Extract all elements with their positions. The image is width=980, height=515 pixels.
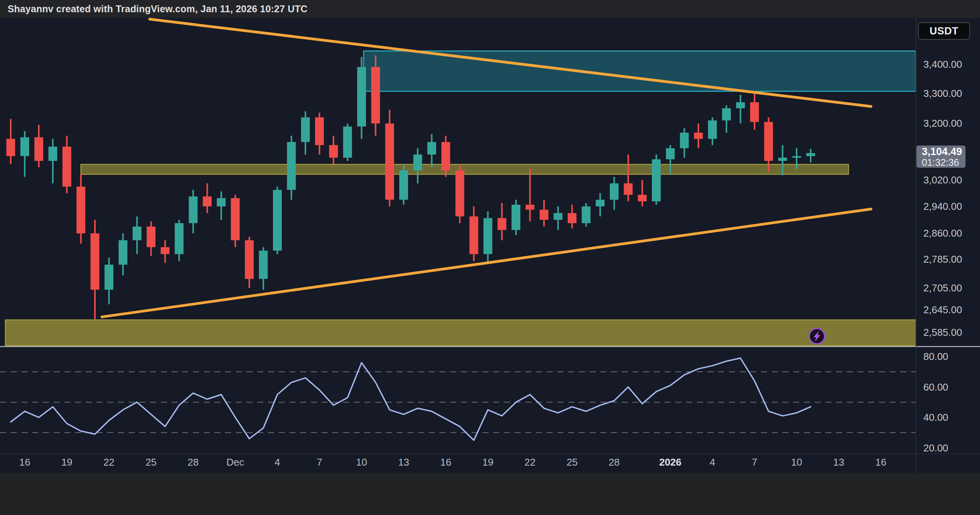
axis-tick-label: 13 <box>833 456 844 468</box>
axis-tick-label: 7 <box>752 456 757 468</box>
candle-body <box>694 132 703 139</box>
candle-body <box>231 198 240 240</box>
axis-tick-label: 16 <box>440 456 451 468</box>
axis-tick-label: 25 <box>567 456 578 468</box>
candle-body <box>652 159 661 201</box>
axis-tick-label: 2,785.00 <box>923 253 962 265</box>
candle-body <box>582 206 591 223</box>
axis-tick-label: 2,705.00 <box>923 282 962 294</box>
axis-tick-label: 16 <box>19 456 30 468</box>
candle-body <box>792 156 801 158</box>
candle-body <box>680 132 689 148</box>
last-price-label: 3,104.49 01:32:36 <box>916 146 965 168</box>
candle-body <box>385 123 394 199</box>
axis-tick-label: 2,585.00 <box>923 327 962 338</box>
candle-body <box>427 142 436 155</box>
candle-body <box>20 137 29 156</box>
rsi-line <box>11 358 811 440</box>
candle-body <box>105 265 113 289</box>
chart-canvas[interactable] <box>0 0 980 515</box>
axis-tick-label: 16 <box>875 456 886 468</box>
axis-tick-label: Dec <box>226 456 244 468</box>
candle-body <box>301 118 310 142</box>
candle-body <box>483 218 492 254</box>
resistance-supply-zone <box>364 51 916 91</box>
axis-tick-label: 3,020.00 <box>923 174 962 186</box>
candle-body <box>568 213 577 223</box>
axis-tick-label: 3,200.00 <box>923 118 962 129</box>
candle-body <box>175 223 183 254</box>
quote-currency-badge[interactable]: USDT <box>918 22 970 40</box>
candle-body <box>526 205 534 210</box>
axis-tick-label: 2,860.00 <box>923 227 962 239</box>
axis-tick-label: 19 <box>61 456 72 468</box>
axis-tick-label: 2026 <box>659 456 681 468</box>
axis-tick-label: 60.00 <box>923 381 948 393</box>
axis-tick-label: 22 <box>524 456 536 468</box>
axis-tick-label: 80.00 <box>923 351 948 363</box>
candle-body <box>315 118 324 145</box>
candle-countdown: 01:32:36 <box>922 157 965 167</box>
axis-tick-label: 7 <box>317 456 322 468</box>
candle-body <box>624 183 633 195</box>
candle-body <box>90 233 99 289</box>
candle-body <box>540 210 549 220</box>
axis-tick-label: 10 <box>356 456 367 468</box>
candle-body <box>708 120 717 139</box>
candle-body <box>638 195 647 201</box>
axis-tick-label: 19 <box>482 456 493 468</box>
candle-body <box>203 196 212 206</box>
candle-body <box>343 126 352 157</box>
axis-tick-label: 2,940.00 <box>923 201 962 213</box>
candle-body <box>48 147 57 161</box>
candle-body <box>132 227 141 240</box>
candle-body <box>441 142 450 170</box>
candle-body <box>329 145 338 158</box>
axis-tick-label: 3,300.00 <box>923 88 962 100</box>
candle-body <box>189 196 198 223</box>
candle-body <box>34 137 43 161</box>
candle-body <box>722 108 731 121</box>
axis-tick-label: 2,645.00 <box>923 304 962 316</box>
footer-bar: TradingView <box>0 473 980 515</box>
axis-tick-label: 25 <box>145 456 157 468</box>
candle-body <box>456 170 464 216</box>
axis-tick-label: 10 <box>791 456 802 468</box>
axis-tick-label: 13 <box>398 456 409 468</box>
candle-body <box>469 216 478 254</box>
candle-body <box>147 227 155 247</box>
candle-body <box>596 200 604 206</box>
candle-body <box>273 190 282 251</box>
axis-tick-label: 22 <box>103 456 114 468</box>
axis-tick-label: 28 <box>609 456 620 468</box>
candle-body <box>778 158 787 161</box>
candle-body <box>119 240 127 265</box>
candle-body <box>399 170 408 200</box>
candle-body <box>371 67 380 123</box>
axis-tick-label: 28 <box>188 456 199 468</box>
candle-body <box>287 142 296 190</box>
candle-body <box>413 155 422 171</box>
candle-body <box>217 198 225 206</box>
candle-body <box>7 139 15 156</box>
candle-body <box>764 122 773 161</box>
candle-body <box>666 148 675 159</box>
candle-body <box>161 247 170 254</box>
support-zone <box>5 320 916 345</box>
mid-resistance-band <box>81 164 848 174</box>
candle-body <box>245 240 254 279</box>
candle-body <box>806 153 815 156</box>
candle-body <box>357 67 366 126</box>
candle-body <box>511 205 520 230</box>
candle-body <box>736 102 745 108</box>
candle-body <box>259 251 268 279</box>
candle-body <box>498 218 506 230</box>
axis-tick-label: 20.00 <box>923 442 948 454</box>
candle-body <box>62 147 71 186</box>
axis-tick-label: 4 <box>274 456 280 468</box>
axis-tick-label: 40.00 <box>923 412 948 423</box>
tradingview-snapshot: Shayannv created with TradingView.com, J… <box>0 0 980 515</box>
candle-body <box>554 213 562 220</box>
last-price-value: 3,104.49 <box>922 146 965 157</box>
candle-body <box>610 183 619 200</box>
